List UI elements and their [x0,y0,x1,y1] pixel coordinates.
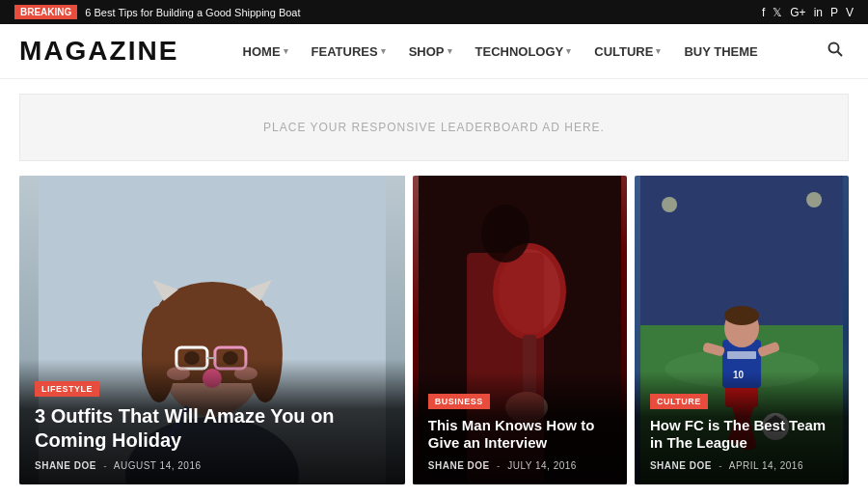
article-author-3: SHANE DOE [650,460,712,471]
article-date-2: JULY 14, 2016 [507,460,577,471]
top-bar: BREAKING 6 Best Tips for Building a Good… [0,0,868,24]
nav-item-technology[interactable]: TECHNOLOGY ▾ [466,39,582,65]
vimeo-icon[interactable]: V [846,6,854,19]
svg-line-1 [837,52,842,57]
article-author-1: SHANE DOE [35,460,96,471]
nav-label-buy-theme: BUY THEME [684,44,757,59]
article-overlay-2: BUSINESS This Man Knows How to Give an I… [413,372,627,485]
chevron-down-icon: ▾ [381,46,386,56]
articles-grid: LIFESTYLE 3 Outfits That Will Amaze You … [0,176,868,497]
social-icons: f 𝕏 G+ in P V [762,6,854,19]
article-card-2[interactable]: BUSINESS This Man Knows How to Give an I… [413,176,627,484]
svg-point-32 [806,192,822,207]
chevron-down-icon: ▾ [566,46,571,56]
chevron-down-icon: ▾ [448,46,452,56]
meta-sep-1: - [103,460,107,471]
top-bar-left: BREAKING 6 Best Tips for Building a Good… [14,5,301,19]
article-overlay-1: LIFESTYLE 3 Outfits That Will Amaze You … [19,359,405,484]
nav-label-features: FEATURES [312,44,378,59]
site-logo[interactable]: MAGAZINE [19,36,178,67]
article-date-3: APRIL 14, 2016 [729,460,803,471]
breaking-headline: 6 Best Tips for Building a Good Shipping… [85,7,300,18]
header: MAGAZINE HOME ▾ FEATURES ▾ SHOP ▾ TECHNO… [0,24,868,79]
ad-text: PLACE YOUR RESPONSIVE LEADERBOARD AD HER… [263,121,605,134]
svg-point-42 [724,306,759,325]
article-category-3: CULTURE [650,394,708,409]
article-author-2: SHANE DOE [428,460,490,471]
nav-label-culture: CULTURE [594,44,653,59]
nav-item-buy-theme[interactable]: BUY THEME [674,39,767,65]
nav-label-shop: SHOP [409,44,445,59]
twitter-icon[interactable]: 𝕏 [773,6,782,19]
chevron-down-icon: ▾ [656,46,661,56]
meta-sep-3: - [719,460,722,471]
nav-label-technology: TECHNOLOGY [475,44,564,59]
article-title-2: This Man Knows How to Give an Interview [428,417,611,454]
article-title-1: 3 Outfits That Will Amaze You on Coming … [35,404,390,453]
article-meta-2: SHANE DOE - JULY 14, 2016 [428,460,611,471]
nav-item-culture[interactable]: CULTURE ▾ [584,39,670,65]
ad-banner: PLACE YOUR RESPONSIVE LEADERBOARD AD HER… [19,94,849,161]
breaking-label: BREAKING [14,5,77,19]
linkedin-icon[interactable]: in [814,6,823,19]
article-date-1: AUGUST 14, 2016 [114,460,202,471]
article-title-3: How FC is The Best Team in The League [650,417,833,454]
article-meta-1: SHANE DOE - AUGUST 14, 2016 [35,460,390,471]
svg-point-31 [662,197,677,212]
pinterest-icon[interactable]: P [830,6,838,19]
svg-point-0 [828,43,838,53]
facebook-icon[interactable]: f [762,6,765,19]
article-card-3[interactable]: 10 CULTURE How FC is The Best Team in Th… [635,176,849,484]
article-card-1[interactable]: LIFESTYLE 3 Outfits That Will Amaze You … [19,176,405,484]
article-category-2: BUSINESS [428,394,490,409]
nav-item-features[interactable]: FEATURES ▾ [302,39,395,65]
nav-item-home[interactable]: HOME ▾ [233,39,298,65]
article-overlay-3: CULTURE How FC is The Best Team in The L… [635,372,849,485]
google-plus-icon[interactable]: G+ [790,6,805,19]
nav-item-shop[interactable]: SHOP ▾ [399,39,462,65]
article-meta-3: SHANE DOE - APRIL 14, 2016 [650,460,833,471]
main-nav: HOME ▾ FEATURES ▾ SHOP ▾ TECHNOLOGY ▾ CU… [233,39,768,65]
article-category-1: LIFESTYLE [35,381,99,397]
meta-sep-2: - [497,460,501,471]
chevron-down-icon: ▾ [284,46,288,56]
search-button[interactable] [822,36,849,67]
nav-label-home: HOME [243,44,281,59]
svg-rect-39 [727,351,756,359]
